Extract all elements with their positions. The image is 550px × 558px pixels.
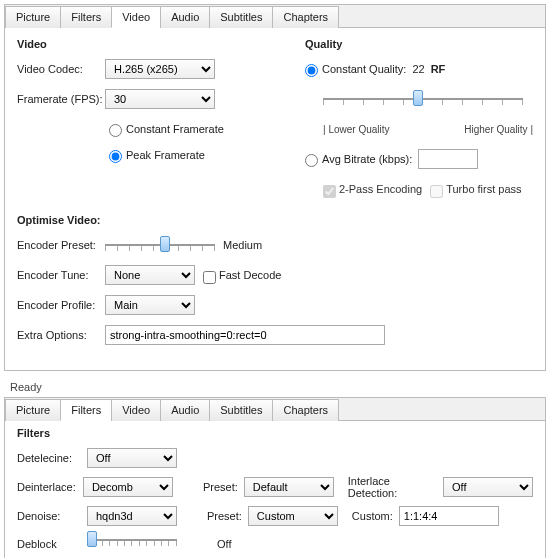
turbo-label: Turbo first pass [446,183,521,195]
turbo-check[interactable] [430,185,443,198]
filters-heading: Filters [17,427,533,439]
deinterlace-preset-label: Preset: [203,481,238,493]
cfr-label: Constant Framerate [126,123,224,135]
pfr-radio[interactable] [109,150,122,163]
encoder-preset-value: Medium [223,239,262,251]
two-pass-label: 2-Pass Encoding [339,183,422,195]
denoise-label: Denoise: [17,510,87,522]
quality-slider[interactable] [323,90,523,108]
encoder-tune-select[interactable]: None [105,265,195,285]
avg-bitrate-input[interactable] [418,149,478,169]
fast-decode-label: Fast Decode [219,269,281,281]
interlace-det-label: Interlace Detection: [348,475,437,499]
tab-video[interactable]: Video [111,6,161,28]
quality-heading: Quality [305,38,533,50]
cq-label: Constant Quality: [322,63,406,75]
deblock-slider[interactable] [87,535,177,553]
fps-select[interactable]: 30 [105,89,215,109]
fast-decode-check[interactable] [203,271,216,284]
fps-label: Framerate (FPS): [17,93,105,105]
denoise-preset-label: Preset: [207,510,242,522]
tab-subtitles[interactable]: Subtitles [209,6,273,28]
video-panel: Picture Filters Video Audio Subtitles Ch… [4,4,546,371]
optimise-heading: Optimise Video: [17,214,533,226]
tab2-picture[interactable]: Picture [5,399,61,421]
encoder-preset-slider[interactable] [105,236,215,254]
codec-label: Video Codec: [17,63,105,75]
lower-quality-label: | Lower Quality [323,124,390,135]
pfr-label: Peak Framerate [126,149,205,161]
deinterlace-select[interactable]: Decomb [83,477,173,497]
deblock-value: Off [217,538,231,550]
tab-audio[interactable]: Audio [160,6,210,28]
tab-chapters[interactable]: Chapters [272,6,339,28]
encoder-tune-label: Encoder Tune: [17,269,105,281]
encoder-preset-label: Encoder Preset: [17,239,105,251]
cq-unit: RF [431,63,446,75]
avg-bitrate-label: Avg Bitrate (kbps): [322,153,412,165]
tab2-chapters[interactable]: Chapters [272,399,339,421]
filters-panel: Picture Filters Video Audio Subtitles Ch… [4,397,546,558]
tab2-filters[interactable]: Filters [60,399,112,421]
extra-options-input[interactable] [105,325,385,345]
tabs-top: Picture Filters Video Audio Subtitles Ch… [5,5,545,28]
tab2-subtitles[interactable]: Subtitles [209,399,273,421]
status-bar: Ready [4,377,546,397]
cq-value: 22 [412,63,424,75]
cq-radio[interactable] [305,64,318,77]
tab-picture[interactable]: Picture [5,6,61,28]
tab-filters[interactable]: Filters [60,6,112,28]
encoder-profile-select[interactable]: Main [105,295,195,315]
custom-label: Custom: [352,510,393,522]
video-heading: Video [17,38,287,50]
encoder-profile-label: Encoder Profile: [17,299,105,311]
two-pass-check[interactable] [323,185,336,198]
tab2-audio[interactable]: Audio [160,399,210,421]
denoise-preset-select[interactable]: Custom [248,506,338,526]
deinterlace-preset-select[interactable]: Default [244,477,334,497]
cfr-radio[interactable] [109,124,122,137]
codec-select[interactable]: H.265 (x265) [105,59,215,79]
denoise-select[interactable]: hqdn3d [87,506,177,526]
detelecine-label: Detelecine: [17,452,87,464]
tab2-video[interactable]: Video [111,399,161,421]
interlace-det-select[interactable]: Off [443,477,533,497]
detelecine-select[interactable]: Off [87,448,177,468]
deblock-label: Deblock [17,538,87,550]
custom-input[interactable] [399,506,499,526]
avg-bitrate-radio[interactable] [305,154,318,167]
deinterlace-label: Deinterlace: [17,481,83,493]
tabs-bottom: Picture Filters Video Audio Subtitles Ch… [5,398,545,421]
higher-quality-label: Higher Quality | [464,124,533,135]
extra-options-label: Extra Options: [17,329,105,341]
